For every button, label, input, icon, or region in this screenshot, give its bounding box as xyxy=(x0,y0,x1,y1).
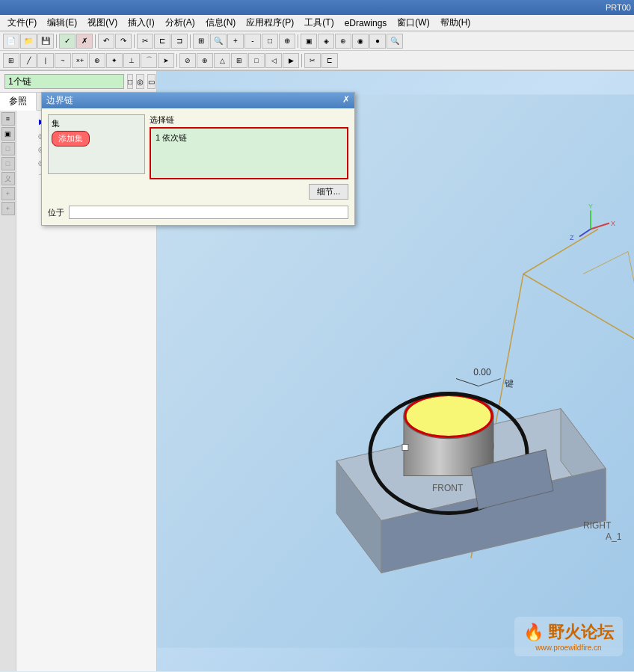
menu-tools[interactable]: 工具(T) xyxy=(300,15,338,31)
input-btn-2[interactable]: ◎ xyxy=(136,74,144,89)
svg-text:Y: Y xyxy=(588,203,593,210)
dialog-close-icon[interactable]: ✗ xyxy=(342,94,350,107)
menu-view[interactable]: 视图(V) xyxy=(83,15,122,31)
tab-reference[interactable]: 参照 xyxy=(0,93,37,111)
side-icon-6[interactable]: + xyxy=(1,187,15,200)
tb-search[interactable]: 🔍 xyxy=(387,34,403,49)
menu-help[interactable]: 帮助(H) xyxy=(436,15,476,31)
menu-edrawings[interactable]: eDrawings xyxy=(340,16,392,30)
tb-sphere[interactable]: ● xyxy=(369,34,386,49)
sep7 xyxy=(301,54,302,67)
tb2-d2[interactable]: ⊏ xyxy=(321,53,338,68)
tb-paste[interactable]: ⊐ xyxy=(171,34,188,49)
tb-cut[interactable]: ✂ xyxy=(137,34,153,49)
dialog-title: 边界链 xyxy=(46,94,73,107)
tb-save[interactable]: 💾 xyxy=(37,34,54,49)
chain-panel: 选择链 1 依次链 细节... xyxy=(150,114,348,200)
svg-text:Z: Z xyxy=(570,234,574,241)
toolbar-row1: 📄 📁 💾 ✓ ✗ ↶ ↷ ✂ ⊏ ⊐ ⊞ 🔍 + - □ ⊕ ▣ ◈ ⊕ ◉ … xyxy=(0,31,634,51)
svg-text:A_1: A_1 xyxy=(606,531,622,542)
tb2-b4[interactable]: ~ xyxy=(55,53,71,68)
svg-text:键: 键 xyxy=(504,378,514,389)
chain-item-1[interactable]: 1 依次链 xyxy=(154,132,344,144)
tb2-b2[interactable]: ╱ xyxy=(20,53,37,68)
tb-b4[interactable]: ◉ xyxy=(352,34,369,49)
add-set-button[interactable]: 添加集 xyxy=(52,131,90,147)
menu-edit[interactable]: 编辑(E) xyxy=(43,15,81,31)
tb2-b5[interactable]: ×+ xyxy=(72,53,88,68)
svg-text:0.00: 0.00 xyxy=(473,367,491,377)
input-btn-1[interactable]: □ xyxy=(127,74,133,89)
sep5 xyxy=(298,34,298,48)
tb2-c7[interactable]: ▶ xyxy=(283,53,299,68)
sep6 xyxy=(176,54,177,67)
tb-new[interactable]: 📄 xyxy=(3,34,19,49)
set-list: 集 添加集 xyxy=(48,114,145,174)
tb2-c4[interactable]: ⊞ xyxy=(231,53,247,68)
dialog-row-sets: 集 添加集 选择链 1 依次链 细节... xyxy=(48,114,348,200)
tb-copy[interactable]: ⊏ xyxy=(154,34,170,49)
menu-window[interactable]: 窗口(W) xyxy=(393,15,434,31)
watermark: 🔥 野火论坛 www.proewildfire.cn xyxy=(514,617,623,656)
tb2-b1[interactable]: ⊞ xyxy=(3,53,19,68)
feature-dialog: 边界链 ✗ 集 添加集 选择链 1 依次 xyxy=(41,92,355,226)
tb2-c1[interactable]: ⊘ xyxy=(179,53,196,68)
location-input[interactable] xyxy=(69,206,348,219)
svg-text:RIGHT: RIGHT xyxy=(583,520,612,531)
side-icon-5[interactable]: 义 xyxy=(1,172,15,185)
tb-zoom-in[interactable]: + xyxy=(227,34,244,49)
input-btn-3[interactable]: ▭ xyxy=(147,74,156,89)
tb-open[interactable]: 📁 xyxy=(20,34,37,49)
side-icon-tree[interactable]: ▣ xyxy=(1,127,15,141)
input-area: □ ◎ ▭ xyxy=(0,71,156,93)
side-icon-3[interactable]: □ xyxy=(1,142,15,155)
tb2-c2[interactable]: ⊕ xyxy=(197,53,213,68)
menu-info[interactable]: 信息(N) xyxy=(201,15,241,31)
watermark-url: www.proewildfire.cn xyxy=(523,644,614,652)
set-panel: 集 添加集 xyxy=(48,114,145,174)
tb-x[interactable]: ✗ xyxy=(76,34,93,49)
detail-button[interactable]: 细节... xyxy=(309,184,348,200)
svg-text:FRONT: FRONT xyxy=(432,483,464,493)
toolbar-row2: ⊞ ╱ | ~ ×+ ⊕ ✦ ⊥ ⌒ ➤ ⊘ ⊕ △ ⊞ □ ◁ ▶ ✂ ⊏ xyxy=(0,51,634,70)
tb2-b3[interactable]: | xyxy=(37,53,54,68)
menu-bar: 文件(F) 编辑(E) 视图(V) 插入(I) 分析(A) 信息(N) 应用程序… xyxy=(0,15,634,31)
tb-grid[interactable]: ⊞ xyxy=(193,34,209,49)
side-icon-4[interactable]: □ xyxy=(1,157,15,170)
chain-input[interactable] xyxy=(4,74,124,89)
tb2-b7[interactable]: ✦ xyxy=(106,53,123,68)
tb2-c3[interactable]: △ xyxy=(214,53,230,68)
tb2-arrow[interactable]: ➤ xyxy=(158,53,174,68)
tb-fit[interactable]: □ xyxy=(262,34,278,49)
sep4 xyxy=(190,34,191,48)
main-content: □ ◎ ▭ 参照 属性 ≡ ▣ □ □ 义 + + xyxy=(0,71,634,671)
tb-b1[interactable]: ▣ xyxy=(301,34,317,49)
tb2-c5[interactable]: □ xyxy=(248,53,265,68)
dialog-body: 集 添加集 选择链 1 依次链 细节... xyxy=(42,108,354,225)
tb2-b6[interactable]: ⊕ xyxy=(89,53,105,68)
tb2-b8[interactable]: ⊥ xyxy=(123,53,140,68)
set-label: 集 xyxy=(52,118,141,129)
tb-zoom-out[interactable]: - xyxy=(244,34,261,49)
tb-rotate[interactable]: ↶ xyxy=(98,34,114,49)
menu-insert[interactable]: 插入(I) xyxy=(123,15,158,31)
tb-zoom[interactable]: 🔍 xyxy=(210,34,227,49)
side-icon-model[interactable]: ≡ xyxy=(1,112,15,126)
sep2 xyxy=(95,34,96,48)
tb-check[interactable]: ✓ xyxy=(59,34,76,49)
tb-b2[interactable]: ◈ xyxy=(318,34,334,49)
tb-b3[interactable]: ⊕ xyxy=(335,34,351,49)
tb-refit[interactable]: ⊕ xyxy=(279,34,295,49)
tb2-d1[interactable]: ✂ xyxy=(304,53,321,68)
menu-file[interactable]: 文件(F) xyxy=(3,15,41,31)
chain-list: 1 依次链 xyxy=(150,127,348,179)
title-bar: PRT00 xyxy=(0,0,634,15)
tb2-c6[interactable]: ◁ xyxy=(265,53,282,68)
menu-app[interactable]: 应用程序(P) xyxy=(241,15,298,31)
side-icon-7[interactable]: + xyxy=(1,202,15,215)
tb-rotate2[interactable]: ↷ xyxy=(115,34,132,49)
sep1 xyxy=(56,34,57,48)
svg-text:X: X xyxy=(611,220,615,227)
menu-analysis[interactable]: 分析(A) xyxy=(161,15,200,31)
tb2-curve[interactable]: ⌒ xyxy=(141,53,157,68)
